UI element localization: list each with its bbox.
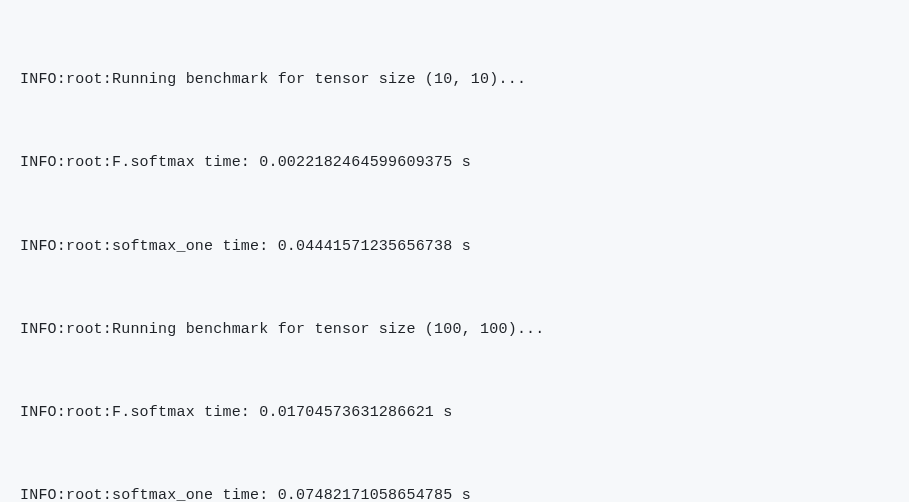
log-line: INFO:root:softmax_one time: 0.0748217105… — [20, 478, 889, 502]
log-line: INFO:root:Running benchmark for tensor s… — [20, 62, 889, 97]
log-line: INFO:root:softmax_one time: 0.0444157123… — [20, 229, 889, 264]
log-line: INFO:root:Running benchmark for tensor s… — [20, 312, 889, 347]
log-output: INFO:root:Running benchmark for tensor s… — [20, 14, 889, 502]
log-line: INFO:root:F.softmax time: 0.017045736312… — [20, 395, 889, 430]
log-line: INFO:root:F.softmax time: 0.002218246459… — [20, 145, 889, 180]
